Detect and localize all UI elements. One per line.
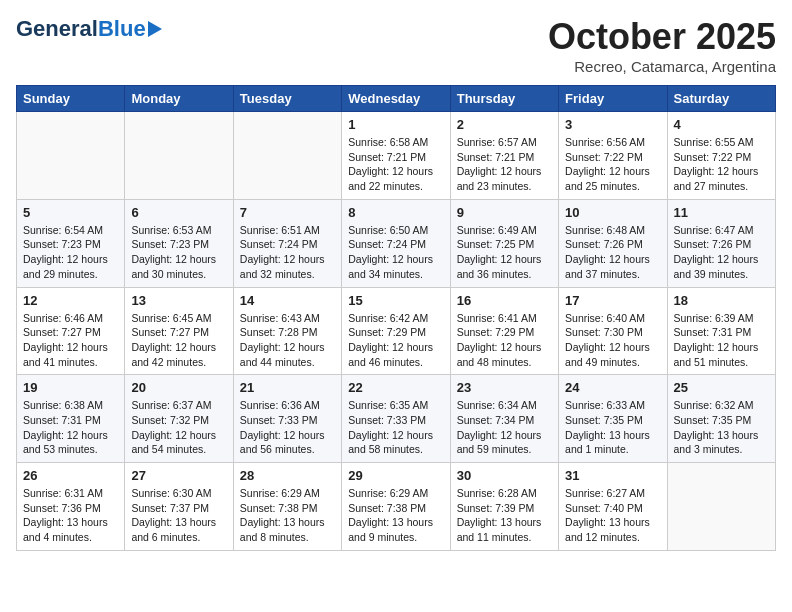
calendar-cell: 15Sunrise: 6:42 AM Sunset: 7:29 PM Dayli… [342,287,450,375]
calendar-cell: 29Sunrise: 6:29 AM Sunset: 7:38 PM Dayli… [342,463,450,551]
day-info: Sunrise: 6:41 AM Sunset: 7:29 PM Dayligh… [457,311,552,370]
day-info: Sunrise: 6:30 AM Sunset: 7:37 PM Dayligh… [131,486,226,545]
calendar-cell: 16Sunrise: 6:41 AM Sunset: 7:29 PM Dayli… [450,287,558,375]
day-info: Sunrise: 6:29 AM Sunset: 7:38 PM Dayligh… [240,486,335,545]
day-info: Sunrise: 6:35 AM Sunset: 7:33 PM Dayligh… [348,398,443,457]
day-info: Sunrise: 6:40 AM Sunset: 7:30 PM Dayligh… [565,311,660,370]
calendar-cell: 7Sunrise: 6:51 AM Sunset: 7:24 PM Daylig… [233,199,341,287]
day-number: 12 [23,293,118,308]
calendar-cell: 13Sunrise: 6:45 AM Sunset: 7:27 PM Dayli… [125,287,233,375]
calendar-cell: 10Sunrise: 6:48 AM Sunset: 7:26 PM Dayli… [559,199,667,287]
day-number: 28 [240,468,335,483]
day-info: Sunrise: 6:48 AM Sunset: 7:26 PM Dayligh… [565,223,660,282]
calendar-cell: 5Sunrise: 6:54 AM Sunset: 7:23 PM Daylig… [17,199,125,287]
day-number: 10 [565,205,660,220]
calendar-cell: 24Sunrise: 6:33 AM Sunset: 7:35 PM Dayli… [559,375,667,463]
day-info: Sunrise: 6:55 AM Sunset: 7:22 PM Dayligh… [674,135,769,194]
day-number: 20 [131,380,226,395]
calendar-cell: 4Sunrise: 6:55 AM Sunset: 7:22 PM Daylig… [667,112,775,200]
day-number: 31 [565,468,660,483]
calendar-cell: 2Sunrise: 6:57 AM Sunset: 7:21 PM Daylig… [450,112,558,200]
day-number: 2 [457,117,552,132]
day-number: 4 [674,117,769,132]
calendar-cell: 18Sunrise: 6:39 AM Sunset: 7:31 PM Dayli… [667,287,775,375]
day-info: Sunrise: 6:37 AM Sunset: 7:32 PM Dayligh… [131,398,226,457]
day-header-friday: Friday [559,86,667,112]
day-info: Sunrise: 6:27 AM Sunset: 7:40 PM Dayligh… [565,486,660,545]
day-number: 23 [457,380,552,395]
subtitle: Recreo, Catamarca, Argentina [548,58,776,75]
day-info: Sunrise: 6:46 AM Sunset: 7:27 PM Dayligh… [23,311,118,370]
calendar-cell: 19Sunrise: 6:38 AM Sunset: 7:31 PM Dayli… [17,375,125,463]
calendar-week-row: 1Sunrise: 6:58 AM Sunset: 7:21 PM Daylig… [17,112,776,200]
calendar-cell: 20Sunrise: 6:37 AM Sunset: 7:32 PM Dayli… [125,375,233,463]
logo-arrow-icon [148,21,162,37]
days-header-row: SundayMondayTuesdayWednesdayThursdayFrid… [17,86,776,112]
calendar-cell: 17Sunrise: 6:40 AM Sunset: 7:30 PM Dayli… [559,287,667,375]
day-info: Sunrise: 6:45 AM Sunset: 7:27 PM Dayligh… [131,311,226,370]
day-info: Sunrise: 6:49 AM Sunset: 7:25 PM Dayligh… [457,223,552,282]
day-header-monday: Monday [125,86,233,112]
day-info: Sunrise: 6:33 AM Sunset: 7:35 PM Dayligh… [565,398,660,457]
day-number: 30 [457,468,552,483]
day-info: Sunrise: 6:51 AM Sunset: 7:24 PM Dayligh… [240,223,335,282]
day-info: Sunrise: 6:56 AM Sunset: 7:22 PM Dayligh… [565,135,660,194]
day-header-sunday: Sunday [17,86,125,112]
calendar-week-row: 26Sunrise: 6:31 AM Sunset: 7:36 PM Dayli… [17,463,776,551]
day-info: Sunrise: 6:39 AM Sunset: 7:31 PM Dayligh… [674,311,769,370]
day-info: Sunrise: 6:54 AM Sunset: 7:23 PM Dayligh… [23,223,118,282]
calendar-cell: 23Sunrise: 6:34 AM Sunset: 7:34 PM Dayli… [450,375,558,463]
calendar-cell: 30Sunrise: 6:28 AM Sunset: 7:39 PM Dayli… [450,463,558,551]
day-number: 15 [348,293,443,308]
calendar-cell: 22Sunrise: 6:35 AM Sunset: 7:33 PM Dayli… [342,375,450,463]
day-number: 19 [23,380,118,395]
calendar-cell: 26Sunrise: 6:31 AM Sunset: 7:36 PM Dayli… [17,463,125,551]
day-info: Sunrise: 6:36 AM Sunset: 7:33 PM Dayligh… [240,398,335,457]
day-number: 16 [457,293,552,308]
day-number: 27 [131,468,226,483]
day-info: Sunrise: 6:47 AM Sunset: 7:26 PM Dayligh… [674,223,769,282]
calendar-cell [17,112,125,200]
calendar-cell: 14Sunrise: 6:43 AM Sunset: 7:28 PM Dayli… [233,287,341,375]
calendar-cell [125,112,233,200]
calendar-cell: 6Sunrise: 6:53 AM Sunset: 7:23 PM Daylig… [125,199,233,287]
day-info: Sunrise: 6:43 AM Sunset: 7:28 PM Dayligh… [240,311,335,370]
day-header-saturday: Saturday [667,86,775,112]
day-header-thursday: Thursday [450,86,558,112]
calendar-cell: 12Sunrise: 6:46 AM Sunset: 7:27 PM Dayli… [17,287,125,375]
calendar-cell: 9Sunrise: 6:49 AM Sunset: 7:25 PM Daylig… [450,199,558,287]
day-header-wednesday: Wednesday [342,86,450,112]
logo-text: GeneralBlue [16,16,162,42]
day-number: 6 [131,205,226,220]
calendar-cell: 1Sunrise: 6:58 AM Sunset: 7:21 PM Daylig… [342,112,450,200]
calendar-cell: 31Sunrise: 6:27 AM Sunset: 7:40 PM Dayli… [559,463,667,551]
day-number: 22 [348,380,443,395]
day-info: Sunrise: 6:29 AM Sunset: 7:38 PM Dayligh… [348,486,443,545]
day-number: 21 [240,380,335,395]
day-info: Sunrise: 6:58 AM Sunset: 7:21 PM Dayligh… [348,135,443,194]
day-header-tuesday: Tuesday [233,86,341,112]
calendar-cell [667,463,775,551]
logo-blue: Blue [98,16,146,42]
calendar-cell: 25Sunrise: 6:32 AM Sunset: 7:35 PM Dayli… [667,375,775,463]
day-info: Sunrise: 6:28 AM Sunset: 7:39 PM Dayligh… [457,486,552,545]
day-number: 7 [240,205,335,220]
month-title: October 2025 [548,16,776,58]
calendar-cell: 8Sunrise: 6:50 AM Sunset: 7:24 PM Daylig… [342,199,450,287]
header: GeneralBlue October 2025 Recreo, Catamar… [16,16,776,75]
day-number: 26 [23,468,118,483]
day-info: Sunrise: 6:42 AM Sunset: 7:29 PM Dayligh… [348,311,443,370]
day-number: 9 [457,205,552,220]
day-number: 14 [240,293,335,308]
day-number: 29 [348,468,443,483]
calendar-week-row: 5Sunrise: 6:54 AM Sunset: 7:23 PM Daylig… [17,199,776,287]
day-number: 3 [565,117,660,132]
calendar-week-row: 12Sunrise: 6:46 AM Sunset: 7:27 PM Dayli… [17,287,776,375]
logo-general: General [16,16,98,42]
day-number: 24 [565,380,660,395]
calendar-cell [233,112,341,200]
day-info: Sunrise: 6:34 AM Sunset: 7:34 PM Dayligh… [457,398,552,457]
calendar-cell: 21Sunrise: 6:36 AM Sunset: 7:33 PM Dayli… [233,375,341,463]
day-number: 18 [674,293,769,308]
day-info: Sunrise: 6:32 AM Sunset: 7:35 PM Dayligh… [674,398,769,457]
